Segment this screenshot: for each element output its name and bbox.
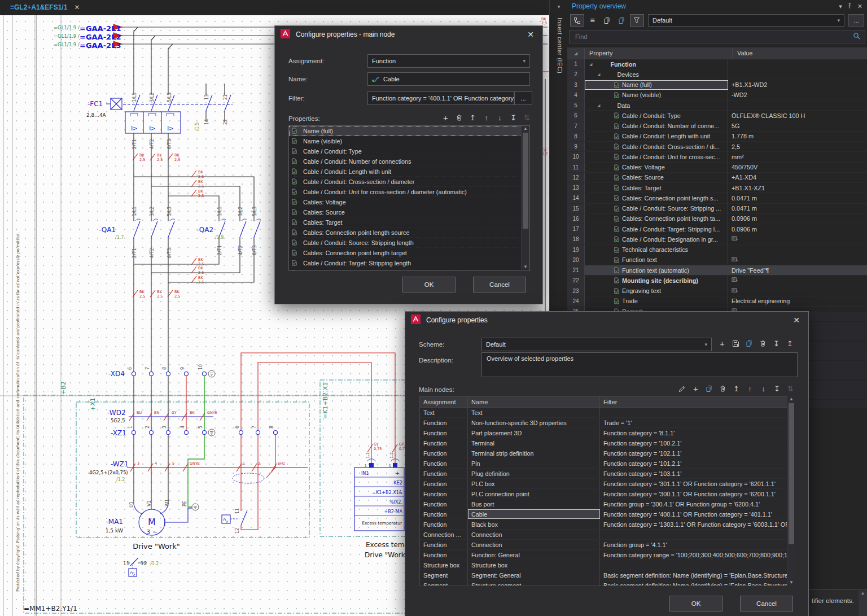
save-icon[interactable] [729, 338, 742, 349]
property-name-cell[interactable]: Cables: Connection point length ta... [585, 214, 728, 224]
scrollbar[interactable]: ▲ [859, 591, 867, 616]
scheme-select[interactable]: Default ▾ [648, 14, 844, 27]
property-row[interactable]: 24TradeElectrical engineering [567, 296, 867, 307]
property-row[interactable]: 10Cable / Conduit: Unit for cross-sec...… [567, 152, 867, 162]
edit-icon[interactable] [676, 383, 689, 394]
node-row[interactable]: FunctionPLC connection pointFunction cat… [420, 489, 787, 499]
property-name-cell[interactable]: Engraving text [585, 286, 728, 296]
column-assignment[interactable]: Assignment [420, 397, 468, 407]
property-value-cell[interactable]: mm² [728, 152, 867, 161]
list-item[interactable]: Cable / Conduit: Unit for cross-section … [289, 187, 522, 197]
property-name-cell[interactable]: Cables: Voltage [585, 163, 728, 172]
list-item[interactable]: Cable / Conduit: Source: Stripping lengt… [289, 238, 522, 248]
node-row[interactable]: FunctionTerminalFunction category = '100… [420, 438, 787, 448]
swap-icon[interactable]: ⇅ [520, 112, 533, 123]
plus-icon[interactable]: + [716, 338, 729, 349]
list-scrollbar[interactable]: ▲▼ [521, 126, 529, 269]
table-scrollbar[interactable]: ▲▼ [787, 396, 795, 585]
property-value-cell[interactable]: 1.778 m [728, 132, 867, 141]
property-value-cell[interactable] [728, 69, 867, 79]
property-value-cell[interactable]: +B1.X1-XZ1 [728, 183, 867, 193]
export-icon[interactable]: ↥ [783, 338, 796, 349]
node-row[interactable]: TextText [420, 408, 787, 418]
list-item[interactable]: Name (visible) [289, 136, 522, 146]
property-value-cell[interactable] [728, 59, 867, 69]
property-row[interactable]: 22Mounting site (describing) [567, 276, 867, 286]
property-name-cell[interactable]: Cables: Connection point length s... [585, 193, 728, 203]
move-up-icon[interactable]: ↑ [743, 383, 756, 394]
tab-insert-center[interactable]: Insert center (IEC) [554, 18, 563, 73]
plus-icon[interactable]: + [439, 112, 452, 123]
property-name-cell[interactable]: Name (full) [585, 80, 728, 90]
column-property[interactable]: Property [585, 47, 733, 59]
property-name-cell[interactable]: Cable / Conduit: Unit for cross-sec... [585, 152, 728, 161]
dialog-title-bar[interactable]: Configure properties - main node ✕ [275, 26, 542, 43]
property-name-cell[interactable]: Cable / Conduit: Designation in gr... [585, 234, 728, 244]
node-row[interactable]: FunctionPLC boxFunction category = '301.… [420, 479, 787, 489]
property-name-cell[interactable]: Cables: Source [585, 173, 728, 182]
move-bottom-icon[interactable]: ↧ [507, 112, 520, 123]
list-item[interactable]: Cable / Conduit: Length with unit [289, 167, 522, 177]
property-row[interactable]: 17Cable / Conduit: Target: Stripping l..… [567, 224, 867, 234]
import-icon[interactable]: ↧ [770, 338, 783, 349]
property-name-cell[interactable]: Cable / Conduit: Number of conne... [585, 121, 728, 131]
node-row[interactable]: FunctionTerminal strip definitionFunctio… [420, 448, 787, 458]
dialog-title-bar[interactable]: Configure properties ✕ [405, 312, 808, 329]
node-row[interactable]: SegmentStructure segmentBasic segment de… [420, 580, 787, 586]
list-item[interactable]: Cables: Connection point length source [289, 228, 522, 238]
node-row[interactable]: FunctionBlack boxFunction category = '13… [420, 519, 787, 530]
move-top-icon[interactable]: ↥ [466, 112, 479, 123]
property-row[interactable]: 15Cable / Conduit: Source: Stripping ...… [567, 204, 867, 214]
property-row[interactable]: 23Engraving text [567, 286, 867, 296]
property-row[interactable]: 6Cable / Conduit: TypeÖLFLEX® CLASSIC 10… [567, 111, 867, 121]
property-row[interactable]: 2◢Devices [567, 69, 867, 80]
chevron-down-icon[interactable]: ▾ [550, 0, 568, 10]
find-input[interactable] [574, 33, 853, 41]
node-row[interactable]: FunctionPinFunction category = '101.2.1' [420, 458, 787, 469]
paste-icon[interactable] [743, 338, 756, 349]
paste-icon[interactable] [615, 15, 628, 26]
collapse-icon[interactable]: ◢ [597, 103, 600, 108]
plus-icon[interactable]: + [689, 383, 702, 394]
property-name-cell[interactable]: Function text [585, 255, 728, 265]
column-value[interactable]: Value [733, 47, 867, 59]
list-item[interactable]: Cable / Conduit: Designation in graphic [289, 268, 522, 271]
node-row[interactable]: FunctionConnectionFunction group = '4.1.… [420, 540, 787, 550]
property-value-cell[interactable]: +A1-XD4 [728, 173, 867, 182]
property-name-cell[interactable]: Mounting site (describing) [585, 276, 728, 285]
property-value-cell[interactable]: Drive "Feed"¶ [728, 265, 867, 275]
property-row[interactable]: 20Function text [567, 255, 867, 265]
property-value-cell[interactable] [728, 245, 867, 255]
property-value-cell[interactable]: -WD2 [728, 90, 867, 100]
user-filter-icon[interactable] [630, 14, 644, 27]
property-name-cell[interactable]: Cable / Conduit: Cross-section / di... [585, 142, 728, 151]
property-name-cell[interactable]: Cable / Conduit: Length with unit [585, 132, 728, 141]
ok-button[interactable]: OK [669, 596, 722, 611]
property-name-cell[interactable]: ◢Devices [585, 69, 728, 79]
column-filter[interactable]: Filter [600, 397, 787, 407]
list-view-icon[interactable]: ≡ [586, 15, 599, 26]
property-row[interactable]: 4Name (visible)-WD2 [567, 90, 867, 101]
properties-list[interactable]: Name (full)Name (visible)Cable / Conduit… [288, 125, 530, 271]
property-name-cell[interactable]: ◢Function [585, 59, 728, 69]
node-row[interactable]: FunctionCableFunction category = '400.1.… [420, 509, 787, 519]
trash-icon[interactable] [716, 383, 729, 394]
property-value-cell[interactable]: 0.0471 m [728, 204, 867, 213]
property-name-cell[interactable]: Cable / Conduit: Type [585, 111, 728, 120]
filter-field[interactable]: Function category = '400.1.1' OR Functio… [367, 91, 514, 105]
node-row[interactable]: FunctionFunction: GeneralFunction catego… [420, 550, 787, 560]
node-row[interactable]: FunctionNon-function-specific 3D propert… [420, 418, 787, 428]
property-row[interactable]: 5◢Data [567, 101, 867, 111]
property-name-cell[interactable]: Name (visible) [585, 90, 728, 100]
trash-icon[interactable] [453, 112, 466, 123]
list-item[interactable]: Cable / Conduit: Target: Stripping lengt… [289, 258, 522, 268]
property-row[interactable]: 16Cables: Connection point length ta...0… [567, 214, 867, 224]
property-row[interactable]: 1◢Function [567, 59, 867, 69]
move-top-icon[interactable]: ↥ [730, 383, 743, 394]
move-up-icon[interactable]: ↑ [480, 112, 493, 123]
tab-schematic-page[interactable]: =GL2+A1&EFS1/1 ✕ [5, 0, 85, 15]
node-row[interactable]: SegmentSegment: GeneralBasic segment def… [420, 570, 787, 580]
property-name-cell[interactable]: Technical characteristics [585, 245, 728, 255]
property-value-cell[interactable] [728, 255, 867, 265]
close-icon[interactable]: ✕ [857, 3, 862, 10]
